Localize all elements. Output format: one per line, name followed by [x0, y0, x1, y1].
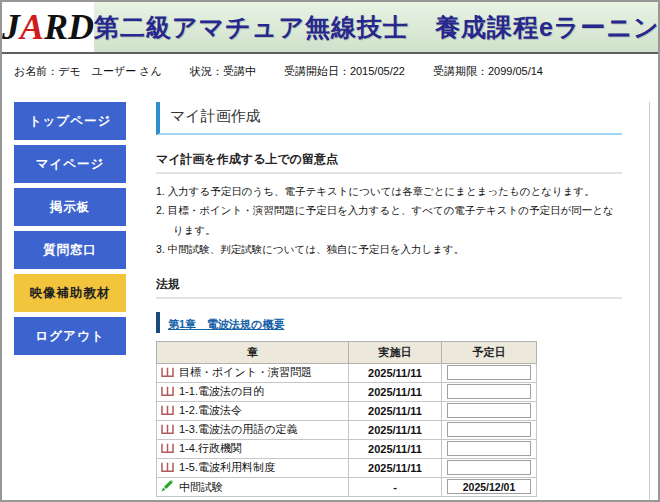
- plan-table: 章 実施日 予定日 目標・ポイント・演習問題 2025/11/11 1-1.電波…: [156, 341, 537, 497]
- page-title: マイ計画作成: [156, 102, 622, 135]
- jard-logo: JARD: [2, 2, 94, 52]
- user-info-bar: お名前：デモ ユーザー さん 状況：受講中 受講開始日：2015/05/22 受…: [2, 54, 658, 88]
- table-row: 1-3.電波法の用語の定義 2025/11/11: [157, 420, 537, 439]
- sidebar-item-board[interactable]: 掲示板: [14, 188, 126, 226]
- header: JARD 第二級アマチュア無線技士 養成課程eラーニング: [2, 2, 658, 54]
- chapter1-link[interactable]: 第1章 電波法規の概要: [168, 318, 284, 330]
- column-header-planned-date: 予定日: [442, 341, 537, 363]
- done-date: 2025/11/11: [349, 439, 442, 458]
- table-header-row: 章 実施日 予定日: [157, 341, 537, 363]
- book-icon: [161, 386, 174, 398]
- sidebar-item-question-desk[interactable]: 質問窓口: [14, 231, 126, 269]
- jard-logo-text: JARD: [2, 9, 94, 45]
- sidebar-item-my-page[interactable]: マイページ: [14, 145, 126, 183]
- table-row: 1-1.電波法の目的 2025/11/11: [157, 382, 537, 401]
- done-date: 2025/11/11: [349, 420, 442, 439]
- book-icon: [161, 443, 174, 455]
- table-row: 目標・ポイント・演習問題 2025/11/11: [157, 363, 537, 382]
- table-row: 1-4.行政機関 2025/11/11: [157, 439, 537, 458]
- table-row: 1-5.電波利用料制度 2025/11/11: [157, 458, 537, 477]
- chapter-name: 1-5.電波利用料制度: [179, 461, 275, 473]
- sidebar-item-video-materials[interactable]: 映像補助教材: [14, 274, 126, 312]
- done-date: 2025/11/11: [349, 363, 442, 382]
- planned-date-input[interactable]: [447, 384, 531, 399]
- table-row: 中間試験 -: [157, 477, 537, 496]
- notes-heading: マイ計画を作成する上での留意点: [156, 151, 622, 174]
- book-icon: [161, 405, 174, 417]
- note-item: 3. 中間試験、判定試験については、独自に予定日を入力します。: [156, 240, 622, 259]
- done-date: -: [349, 477, 442, 496]
- main-content: マイ計画作成 マイ計画を作成する上での留意点 1. 入力する予定日のうち、電子テ…: [156, 102, 650, 502]
- planned-date-input[interactable]: [447, 422, 531, 437]
- chapter-name: 1-3.電波法の用語の定義: [179, 423, 297, 435]
- done-date: 2025/11/11: [349, 458, 442, 477]
- sidebar-item-top-page[interactable]: トップページ: [14, 102, 126, 140]
- table-row: 1-2.電波法令 2025/11/11: [157, 401, 537, 420]
- column-header-done-date: 実施日: [349, 341, 442, 363]
- planned-date-input[interactable]: [447, 365, 531, 380]
- pencil-icon: [161, 479, 174, 494]
- done-date: 2025/11/11: [349, 382, 442, 401]
- chapter-name: 中間試験: [179, 481, 223, 493]
- planned-date-input[interactable]: [447, 460, 531, 475]
- chapter-name: 目標・ポイント・演習問題: [179, 366, 312, 378]
- app-title: 第二級アマチュア無線技士 養成課程eラーニング: [94, 2, 660, 52]
- book-icon: [161, 424, 174, 436]
- planned-date-input[interactable]: [447, 403, 531, 418]
- body: トップページ マイページ 掲示板 質問窓口 映像補助教材 ログアウト マイ計画作…: [2, 88, 658, 502]
- sidebar-item-logout[interactable]: ログアウト: [14, 317, 126, 355]
- planned-date-input[interactable]: [447, 441, 531, 456]
- chapter-name: 1-2.電波法令: [179, 404, 242, 416]
- chapter-name: 1-4.行政機関: [179, 442, 242, 454]
- user-status: 状況：受講中: [190, 64, 256, 79]
- notes-list: 1. 入力する予定日のうち、電子テキストについては各章ごとにまとまったものとなり…: [156, 182, 622, 260]
- book-icon: [161, 367, 174, 379]
- chapter1-row: 第1章 電波法規の概要: [156, 312, 622, 333]
- course-deadline: 受講期限：2099/05/14: [433, 64, 543, 79]
- planned-date-input[interactable]: [447, 479, 531, 494]
- column-header-chapter: 章: [157, 341, 349, 363]
- done-date: 2025/11/11: [349, 401, 442, 420]
- page: JARD 第二級アマチュア無線技士 養成課程eラーニング お名前：デモ ユーザー…: [0, 0, 660, 502]
- sidebar: トップページ マイページ 掲示板 質問窓口 映像補助教材 ログアウト: [14, 102, 126, 360]
- note-item: 1. 入力する予定日のうち、電子テキストについては各章ごとにまとまったものとなり…: [156, 182, 622, 201]
- user-name: お名前：デモ ユーザー さん: [14, 64, 162, 79]
- chapter-name: 1-1.電波法の目的: [179, 385, 264, 397]
- course-start-date: 受講開始日：2015/05/22: [284, 64, 405, 79]
- note-item: 2. 目標・ポイント・演習問題に予定日を入力すると、すべての電子テキストの予定日…: [156, 201, 622, 240]
- book-icon: [161, 462, 174, 474]
- subject-heading: 法規: [156, 276, 622, 299]
